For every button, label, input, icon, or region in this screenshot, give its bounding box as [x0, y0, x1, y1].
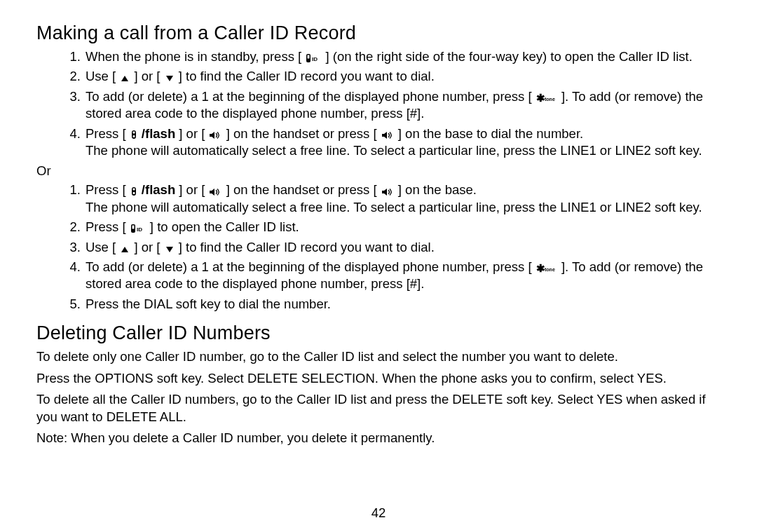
list-item: Use [ ] or [ ] to find the Caller ID rec…: [84, 239, 729, 256]
down-arrow-icon: [165, 71, 175, 84]
text: ] on the handset or press [: [226, 126, 377, 141]
svg-marker-4: [166, 76, 173, 81]
svg-marker-10: [210, 132, 214, 139]
speaker-icon: [209, 128, 221, 141]
svg-text:ID: ID: [137, 226, 142, 233]
text: ] to find the Caller ID record you want …: [179, 69, 435, 83]
list-item: Press [ /flash ] or [ ] on the handset o…: [84, 182, 729, 216]
star-tone-icon: ✱tone: [536, 261, 557, 275]
up-arrow-icon: [120, 242, 130, 255]
text: Press [: [86, 126, 126, 141]
down-arrow-icon: [165, 242, 175, 255]
text: ] (on the right side of the four-way key…: [325, 49, 692, 64]
paragraph: To delete all the Caller ID numbers, go …: [36, 391, 729, 425]
svg-rect-13: [132, 189, 135, 191]
list-item: To add (or delete) a 1 at the beginning …: [84, 88, 729, 123]
svg-text:tone: tone: [545, 267, 555, 272]
svg-marker-11: [382, 132, 387, 139]
talk-icon: [130, 184, 137, 198]
list-item: Press the DIAL soft key to dial the numb…: [84, 296, 729, 313]
text: ] to find the Caller ID record you want …: [179, 240, 435, 254]
svg-rect-8: [132, 132, 135, 134]
flash-label: /flash: [142, 182, 175, 197]
paragraph: To delete only one Caller ID number, go …: [36, 348, 729, 365]
talk-icon: [130, 128, 137, 141]
text: ] to open the Caller ID list.: [150, 219, 299, 234]
text: Press [: [86, 182, 126, 197]
text: Use [: [86, 240, 116, 254]
text: Use [: [86, 69, 116, 83]
list-item: Press [ ID ] to open the Caller ID list.: [84, 219, 729, 236]
paragraph: Press the OPTIONS soft key. Select DELET…: [36, 370, 729, 387]
text: To add (or delete) a 1 at the beginning …: [86, 259, 532, 274]
svg-text:ID: ID: [312, 56, 318, 62]
procedure-list-2: Press [ /flash ] or [ ] on the handset o…: [36, 182, 729, 313]
text: Press [: [86, 219, 126, 234]
svg-rect-1: [308, 55, 310, 58]
or-separator: Or: [36, 163, 729, 179]
flash-label: /flash: [142, 126, 175, 141]
text: ] on the handset or press [: [226, 182, 377, 197]
list-item: To add (or delete) a 1 at the beginning …: [84, 259, 729, 293]
text: ] or [: [134, 240, 160, 254]
star-tone-icon: ✱tone: [536, 91, 557, 104]
svg-marker-21: [166, 247, 173, 252]
svg-marker-3: [121, 76, 128, 81]
svg-marker-20: [121, 247, 128, 252]
list-item: Press [ /flash ] or [ ] on the handset o…: [84, 125, 729, 160]
section-heading-deleting: Deleting Caller ID Numbers: [36, 322, 729, 344]
list-item: When the phone is in standby, press [ ID…: [84, 48, 729, 65]
speaker-icon: [209, 184, 221, 198]
section-heading-making-call: Making a call from a Caller ID Record: [36, 22, 729, 44]
svg-marker-16: [382, 189, 387, 196]
text: Press the DIAL soft key to dial the numb…: [86, 296, 331, 311]
svg-rect-9: [132, 135, 135, 137]
speaker-icon: [381, 184, 394, 198]
list-item: Use [ ] or [ ] to find the Caller ID rec…: [84, 68, 729, 85]
svg-text:tone: tone: [545, 97, 555, 102]
text: ] on the base.: [398, 182, 477, 197]
text: ] on the base to dial the number.: [398, 126, 583, 141]
svg-marker-15: [210, 189, 214, 196]
text: To add (or delete) a 1 at the beginning …: [86, 89, 532, 104]
text: ] or [: [179, 126, 205, 141]
text: The phone will automatically select a fr…: [86, 200, 702, 214]
caller-id-icon: ID: [130, 221, 146, 235]
paragraph: Note: When you delete a Caller ID number…: [36, 430, 729, 446]
caller-id-icon: ID: [306, 51, 321, 64]
manual-page: Making a call from a Caller ID Record Wh…: [0, 0, 757, 532]
svg-rect-14: [132, 192, 135, 194]
text: The phone will automatically select a fr…: [86, 143, 702, 158]
procedure-list-1: When the phone is in standby, press [ ID…: [36, 48, 729, 159]
text: When the phone is in standby, press [: [86, 49, 301, 64]
speaker-icon: [381, 128, 394, 141]
up-arrow-icon: [120, 71, 130, 84]
page-number: 42: [0, 505, 757, 521]
text: ] or [: [134, 69, 160, 83]
svg-rect-18: [132, 226, 134, 229]
text: ] or [: [179, 182, 205, 197]
